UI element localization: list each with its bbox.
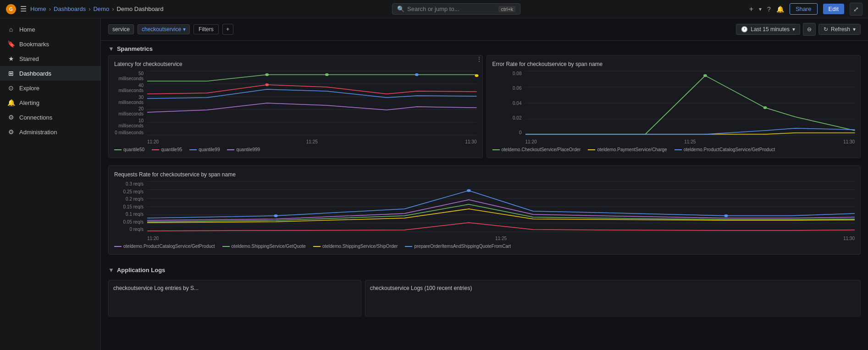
- filter-value-text: checkoutservice: [142, 26, 181, 33]
- grafana-logo-icon: G: [6, 4, 17, 15]
- filter-tag-service[interactable]: service: [108, 24, 134, 34]
- chevron-down-icon: ▾: [183, 26, 186, 33]
- rr-getquote-legend-line: [222, 246, 230, 247]
- edit-button[interactable]: Edit: [823, 4, 844, 14]
- app-layout: ⌂ Home 🔖 Bookmarks ★ Starred ⊞ Dashboard…: [0, 18, 868, 350]
- sidebar-label-bookmarks: Bookmarks: [19, 41, 49, 48]
- topbar-right: + ▾ ? 🔔 Share Edit ⤢: [749, 3, 862, 16]
- sidebar-item-alerting[interactable]: 🔔 Alerting: [0, 95, 100, 110]
- svg-point-18: [703, 74, 707, 77]
- svg-point-10: [265, 83, 269, 86]
- breadcrumb-demo[interactable]: Demo: [93, 5, 109, 12]
- breadcrumb-sep1: ›: [49, 5, 51, 12]
- topbar-left: G ☰ Home › Dashboards › Demo › Demo Dash…: [6, 4, 163, 15]
- requests-rate-chart-area: 0.3 req/s 0.25 req/s 0.2 req/s 0.15 req/…: [114, 181, 855, 241]
- requests-rate-legend: oteldemo.ProductCatalogService/GetProduc…: [114, 244, 855, 249]
- requests-rate-y-axis: 0.3 req/s 0.25 req/s 0.2 req/s 0.15 req/…: [114, 181, 146, 232]
- refresh-button[interactable]: ↻ Refresh ▾: [818, 24, 861, 35]
- spanmetrics-section-header: ▼ Spanmetrics: [101, 41, 868, 55]
- applogs-collapse-icon[interactable]: ▼: [108, 267, 114, 273]
- sidebar-item-home[interactable]: ⌂ Home: [0, 22, 100, 37]
- quantile50-legend-line: [114, 149, 122, 150]
- requests-rate-svg-area: [147, 181, 855, 232]
- error-rate-svg-area: [525, 71, 855, 135]
- latency-y-axis: 50 milliseconds 40 milliseconds 30 milli…: [114, 71, 146, 135]
- getproduct-legend-line: [674, 149, 682, 150]
- latency-legend: quantile50 quantile95 quantile99 quantil…: [114, 147, 477, 152]
- plus-icon[interactable]: +: [749, 5, 753, 13]
- spanmetrics-collapse-icon[interactable]: ▼: [108, 45, 114, 52]
- help-icon[interactable]: ?: [767, 5, 771, 13]
- quantile999-legend-line: [227, 149, 234, 150]
- error-rate-legend: oteldemo.CheckoutService/PlaceOrder otel…: [492, 147, 855, 152]
- search-icon: 🔍: [397, 5, 404, 12]
- application-logs-title: Application Logs: [117, 267, 165, 273]
- charge-legend-line: [588, 149, 595, 150]
- breadcrumb-current: Demo Dashboard: [117, 5, 164, 12]
- application-logs-section-header: ▼ Application Logs: [101, 262, 868, 276]
- logs-section: checkoutservice Log entries by S... chec…: [101, 280, 868, 317]
- sidebar-item-connections[interactable]: ⚙ Connections: [0, 110, 100, 125]
- quantile95-legend-line: [152, 149, 159, 150]
- sidebar: ⌂ Home 🔖 Bookmarks ★ Starred ⊞ Dashboard…: [0, 18, 101, 350]
- breadcrumb-dashboards[interactable]: Dashboards: [54, 5, 86, 12]
- refresh-area: 🕐 Last 15 minutes ▾ ⊖ ↻ Refresh ▾: [736, 23, 861, 36]
- topbar-center: 🔍 Search or jump to... ctrl+k: [392, 3, 520, 15]
- rr-preparecart-legend-line: [405, 246, 412, 247]
- log-panel-recent-title: checkoutservice Logs (100 recent entries…: [370, 285, 856, 291]
- filter-value-checkoutservice[interactable]: checkoutservice ▾: [138, 24, 190, 34]
- error-rate-x-axis: 11:20 11:25 11:30: [525, 139, 855, 144]
- add-filter-button[interactable]: +: [222, 24, 233, 35]
- rr-getproduct-legend-line: [114, 246, 122, 247]
- sidebar-item-administration[interactable]: ⚙ Administration: [0, 125, 100, 139]
- log-panel-entries: checkoutservice Log entries by S...: [108, 280, 361, 317]
- filters-button[interactable]: Filters: [194, 24, 219, 34]
- svg-point-11: [415, 73, 419, 76]
- svg-point-27: [467, 189, 470, 192]
- connections-icon: ⚙: [7, 114, 15, 121]
- sidebar-label-alerting: Alerting: [19, 99, 39, 106]
- sidebar-label-dashboards: Dashboards: [19, 70, 51, 77]
- time-range-picker[interactable]: 🕐 Last 15 minutes ▾: [736, 24, 800, 35]
- svg-point-9: [325, 73, 329, 76]
- search-placeholder-text: Search or jump to...: [407, 5, 459, 12]
- requests-rate-x-axis: 11:20 11:25 11:30: [147, 236, 855, 241]
- breadcrumb-home[interactable]: Home: [30, 5, 46, 12]
- notifications-icon[interactable]: 🔔: [776, 5, 784, 13]
- expand-button[interactable]: ⤢: [850, 3, 862, 16]
- search-bar[interactable]: 🔍 Search or jump to... ctrl+k: [392, 3, 520, 15]
- share-button[interactable]: Share: [790, 3, 818, 15]
- sidebar-item-dashboards[interactable]: ⊞ Dashboards: [0, 66, 100, 81]
- time-range-label: Last 15 minutes: [751, 26, 790, 33]
- svg-point-12: [475, 74, 479, 77]
- zoom-out-button[interactable]: ⊖: [803, 23, 816, 36]
- top-charts-row: Latency for checkoutservice ⋮ 50 millise…: [101, 55, 868, 165]
- sidebar-toggle-button[interactable]: ☰: [20, 5, 27, 13]
- sidebar-label-explore: Explore: [19, 85, 39, 92]
- latency-chart-menu-button[interactable]: ⋮: [476, 55, 482, 63]
- sidebar-item-bookmarks[interactable]: 🔖 Bookmarks: [0, 37, 100, 51]
- sidebar-item-explore[interactable]: ⊙ Explore: [0, 81, 100, 95]
- filter-bar: service checkoutservice ▾ Filters + 🕐 La…: [101, 18, 868, 41]
- spanmetrics-title: Spanmetrics: [117, 45, 153, 52]
- breadcrumb: Home › Dashboards › Demo › Demo Dashboar…: [30, 5, 163, 12]
- logs-panels: checkoutservice Log entries by S... chec…: [108, 280, 861, 317]
- topbar: G ☰ Home › Dashboards › Demo › Demo Dash…: [0, 0, 868, 18]
- sidebar-label-home: Home: [19, 26, 35, 33]
- requests-rate-row: Requests Rate for checkoutservice by spa…: [101, 165, 868, 262]
- sidebar-label-starred: Starred: [19, 55, 39, 62]
- search-shortcut: ctrl+k: [498, 6, 515, 12]
- latency-chart-panel: Latency for checkoutservice ⋮ 50 millise…: [108, 55, 483, 158]
- refresh-icon: ↻: [824, 26, 828, 33]
- svg-point-29: [724, 214, 728, 217]
- rr-shiporder-legend-line: [313, 246, 321, 247]
- explore-icon: ⊙: [7, 84, 15, 92]
- star-icon: ★: [7, 55, 15, 62]
- sidebar-item-starred[interactable]: ★ Starred: [0, 51, 100, 66]
- latency-svg-area: [147, 71, 477, 135]
- main-content: service checkoutservice ▾ Filters + 🕐 La…: [101, 18, 868, 350]
- placeorder-legend-line: [492, 149, 500, 150]
- chevron-down-icon[interactable]: ▾: [759, 6, 762, 12]
- error-rate-chart-area: 0.08 0.06 0.04 0.02 0: [492, 71, 855, 144]
- refresh-chevron-icon: ▾: [853, 26, 856, 33]
